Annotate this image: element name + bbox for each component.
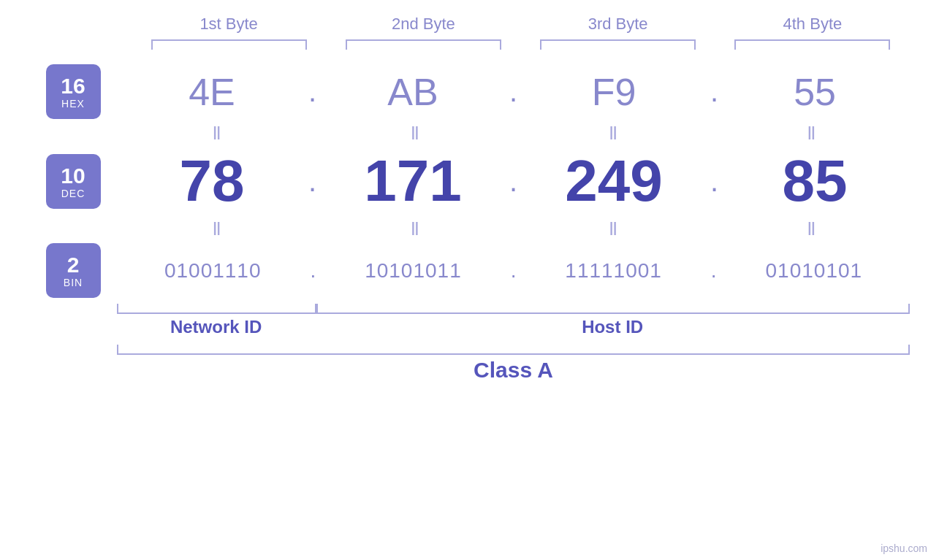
bin-row: 2 BIN 01001110 . 10101011 . 11111001 . 0… bbox=[29, 243, 910, 298]
dec-base-num: 10 bbox=[61, 164, 85, 188]
dec-value-1: 78 bbox=[117, 147, 307, 215]
dot-dec-1: . bbox=[307, 165, 318, 198]
dot-3: . bbox=[709, 75, 720, 108]
dec-badge: 10 DEC bbox=[46, 154, 101, 209]
bracket-4 bbox=[715, 39, 910, 50]
network-id-label: Network ID bbox=[117, 317, 315, 337]
eq2-2: II bbox=[315, 218, 513, 240]
dot-1: . bbox=[307, 75, 318, 108]
bracket-top-2 bbox=[346, 39, 501, 50]
byte-header-1: 1st Byte bbox=[132, 15, 326, 39]
bin-base-name: BIN bbox=[64, 277, 83, 288]
eq2-4: II bbox=[712, 218, 910, 240]
hex-base-num: 16 bbox=[61, 74, 85, 98]
dec-value-3: 249 bbox=[519, 147, 709, 215]
hex-base-name: HEX bbox=[61, 98, 85, 110]
dot-bin-2: . bbox=[509, 259, 518, 283]
class-label: Class A bbox=[117, 355, 910, 383]
hex-value-3: F9 bbox=[519, 70, 709, 114]
main-container: 1st Byte 2nd Byte 3rd Byte 4th Byte 16 H… bbox=[0, 0, 939, 560]
class-bracket bbox=[117, 345, 910, 355]
dot-dec-2: . bbox=[508, 165, 519, 198]
dot-dec-3: . bbox=[709, 165, 720, 198]
equals-row-2: II II II II bbox=[29, 218, 910, 240]
byte-header-3: 3rd Byte bbox=[521, 15, 715, 39]
bin-badge: 2 BIN bbox=[46, 243, 101, 298]
hex-value-1: 4E bbox=[117, 70, 307, 114]
eq2-1: II bbox=[117, 218, 315, 240]
hex-values: 4E . AB . F9 . 55 bbox=[117, 70, 910, 114]
hex-badge: 16 HEX bbox=[46, 64, 101, 119]
dot-bin-1: . bbox=[308, 259, 317, 283]
dot-bin-3: . bbox=[710, 259, 718, 283]
dot-2: . bbox=[508, 75, 519, 108]
byte-header-4: 4th Byte bbox=[715, 15, 910, 39]
bottom-labels: Network ID Host ID bbox=[29, 317, 910, 337]
top-brackets bbox=[29, 39, 910, 50]
bin-label-container: 2 BIN bbox=[29, 243, 117, 298]
bracket-3 bbox=[521, 39, 715, 50]
bin-values: 01001110 . 10101011 . 11111001 . 0101010… bbox=[117, 259, 910, 283]
bracket-1 bbox=[132, 39, 326, 50]
bin-value-4: 01010101 bbox=[718, 259, 910, 283]
byte-headers: 1st Byte 2nd Byte 3rd Byte 4th Byte bbox=[29, 15, 910, 39]
bracket-host bbox=[316, 304, 910, 314]
eq-2: II bbox=[315, 122, 513, 145]
dec-values: 78 . 171 . 249 . 85 bbox=[117, 147, 910, 215]
bin-value-2: 10101011 bbox=[317, 259, 509, 283]
bracket-network bbox=[117, 304, 316, 314]
class-section: Class A bbox=[29, 345, 910, 383]
equals-row-1: II II II II bbox=[29, 122, 910, 145]
dec-row: 10 DEC 78 . 171 . 249 . 85 bbox=[29, 147, 910, 215]
dec-label-container: 10 DEC bbox=[29, 154, 117, 209]
eq2-3: II bbox=[514, 218, 712, 240]
hex-label-container: 16 HEX bbox=[29, 64, 117, 119]
bin-base-num: 2 bbox=[67, 253, 80, 277]
bracket-top-1 bbox=[151, 39, 307, 50]
dec-value-2: 171 bbox=[318, 147, 508, 215]
watermark: ipshu.com bbox=[881, 542, 927, 554]
bottom-brackets bbox=[29, 304, 910, 314]
host-id-label: Host ID bbox=[315, 317, 910, 337]
bin-value-3: 11111001 bbox=[517, 259, 709, 283]
dec-value-4: 85 bbox=[720, 147, 910, 215]
bracket-top-4 bbox=[734, 39, 890, 50]
byte-header-2: 2nd Byte bbox=[326, 15, 520, 39]
eq-1: II bbox=[117, 122, 315, 145]
hex-value-2: AB bbox=[318, 70, 508, 114]
bracket-top-3 bbox=[540, 39, 696, 50]
hex-row: 16 HEX 4E . AB . F9 . 55 bbox=[29, 64, 910, 119]
bracket-2 bbox=[326, 39, 520, 50]
eq-3: II bbox=[514, 122, 712, 145]
dec-base-name: DEC bbox=[61, 188, 85, 199]
hex-value-4: 55 bbox=[720, 70, 910, 114]
bin-value-1: 01001110 bbox=[117, 259, 308, 283]
eq-4: II bbox=[712, 122, 910, 145]
